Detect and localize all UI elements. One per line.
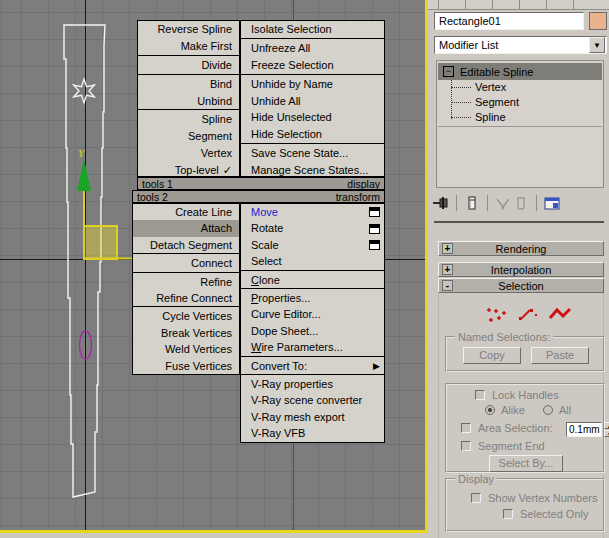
stack-item-vertex[interactable]: Vertex <box>475 80 506 95</box>
menu-item-wire-parameters[interactable]: Wire Parameters... <box>241 339 384 355</box>
dropdown-arrow-button[interactable]: ▼ <box>589 37 605 53</box>
menu-item-vray-scene-converter[interactable]: V-Ray scene converter <box>241 392 384 408</box>
selected-only-checkbox[interactable] <box>503 509 513 519</box>
show-end-result-icon[interactable] <box>463 195 481 211</box>
3dsmax-app: { "viewport": { "gizmo_axis_label": "Y",… <box>0 0 609 538</box>
menu-item-bind[interactable]: Bind <box>138 76 239 93</box>
menu-item-reverse-spline[interactable]: Reverse Spline <box>138 21 239 38</box>
menu-item-hide-unselected[interactable]: Hide Unselected <box>241 109 384 126</box>
all-label: All <box>559 404 571 416</box>
rollout-selection[interactable]: - Selection <box>438 278 604 293</box>
settings-box-icon[interactable] <box>369 224 380 234</box>
menu-item-label: Refine Connect <box>156 290 232 306</box>
menu-item-vertex[interactable]: Vertex <box>138 145 239 162</box>
paste-button[interactable]: Paste <box>531 347 589 364</box>
menu-item-vray-properties[interactable]: V-Ray properties <box>241 376 384 392</box>
segment-subobject-icon[interactable] <box>516 305 542 323</box>
menu-item-clone[interactable]: Clone <box>241 272 384 288</box>
collapse-icon[interactable]: - <box>442 280 453 291</box>
menu-item-attach[interactable]: Attach <box>133 220 239 236</box>
object-name-field[interactable]: Rectangle01 <box>434 12 584 30</box>
menu-item-weld-vertices[interactable]: Weld Vertices <box>133 341 239 357</box>
menu-item-label: V-Ray mesh export <box>251 409 345 425</box>
menu-item-label: Unhide All <box>251 93 301 110</box>
spline-subobject-icon[interactable] <box>548 305 574 323</box>
menu-item-segment[interactable]: Segment <box>138 128 239 145</box>
menu-item-label: Isolate Selection <box>251 21 332 38</box>
menu-item-refine[interactable]: Refine <box>133 274 239 290</box>
menu-item-make-first[interactable]: Make First <box>138 38 239 55</box>
gizmo-xy-plane-handle[interactable] <box>84 226 117 259</box>
select-by-button[interactable]: Select By... <box>489 455 563 472</box>
menu-item-select[interactable]: Select <box>241 253 384 269</box>
modifier-list-dropdown[interactable]: Modifier List <box>434 36 607 54</box>
command-panel-tabs[interactable] <box>428 0 609 10</box>
lock-handles-checkbox[interactable] <box>475 390 485 400</box>
menu-item-unfreeze-all[interactable]: Unfreeze All <box>241 40 384 57</box>
quad-header-display[interactable]: display <box>347 178 380 190</box>
make-unique-icon[interactable] <box>494 195 512 211</box>
menu-item-freeze-selection[interactable]: Freeze Selection <box>241 57 384 74</box>
star-shape[interactable] <box>74 79 95 103</box>
menu-item-break-vertices[interactable]: Break Vertices <box>133 325 239 341</box>
menu-item-cycle-vertices[interactable]: Cycle Vertices <box>133 308 239 324</box>
menu-item-move[interactable]: Move <box>241 204 384 220</box>
menu-item-curve-editor[interactable]: Curve Editor... <box>241 306 384 322</box>
menu-item-properties[interactable]: Properties... <box>241 290 384 306</box>
pin-stack-icon[interactable] <box>432 195 450 211</box>
menu-item-refine-connect[interactable]: Refine Connect <box>133 290 239 306</box>
spinner-up-button[interactable]: ▲ <box>604 422 609 429</box>
menu-item-convert-to[interactable]: Convert To:▶ <box>241 358 384 374</box>
menu-item-hide-selection[interactable]: Hide Selection <box>241 126 384 143</box>
menu-item-unhide-all[interactable]: Unhide All <box>241 93 384 110</box>
area-selection-value-field[interactable]: 0.1mm <box>566 422 602 437</box>
all-radio[interactable] <box>543 405 553 415</box>
expand-icon[interactable]: + <box>442 243 453 254</box>
rectangle-spline-outline[interactable] <box>64 25 105 497</box>
menu-item-label: Properties... <box>251 290 310 306</box>
area-selection-checkbox[interactable] <box>461 423 471 433</box>
menu-item-isolate-selection[interactable]: Isolate Selection <box>241 21 384 38</box>
menu-item-unbind[interactable]: Unbind <box>138 93 239 110</box>
rollout-interpolation[interactable]: + Interpolation <box>438 262 604 277</box>
menu-item-create-line[interactable]: Create Line <box>133 204 239 220</box>
tab-separator <box>492 0 493 10</box>
menu-item-save-scene-state[interactable]: Save Scene State... <box>241 145 384 162</box>
spinner-down-button[interactable]: ▼ <box>604 430 609 437</box>
settings-box-icon[interactable] <box>369 240 380 250</box>
tree-line <box>451 117 471 118</box>
menu-item-divide[interactable]: Divide <box>138 57 239 74</box>
settings-box-icon[interactable] <box>369 207 380 217</box>
menu-item-unhide-by-name[interactable]: Unhide by Name <box>241 76 384 93</box>
menu-item-rotate[interactable]: Rotate <box>241 220 384 236</box>
collapse-box-icon[interactable]: − <box>443 66 454 77</box>
stack-item-spline[interactable]: Spline <box>475 110 506 125</box>
menu-item-spline[interactable]: Spline <box>138 111 239 128</box>
segment-end-checkbox[interactable] <box>461 441 471 451</box>
selection-options-group: Lock Handles Alike All Area Selection: 0… <box>445 383 605 473</box>
stack-item-segment[interactable]: Segment <box>475 95 519 110</box>
rollout-rendering[interactable]: + Rendering <box>438 241 604 256</box>
modifier-stack[interactable]: − Editable Spline Vertex Segment Spline <box>436 60 604 188</box>
quad-header-transform[interactable]: transform <box>336 191 380 203</box>
menu-item-vray-mesh-export[interactable]: V-Ray mesh export <box>241 409 384 425</box>
copy-button[interactable]: Copy <box>463 347 521 364</box>
stack-item-editable-spline[interactable]: − Editable Spline <box>438 63 602 80</box>
quad-header-tools2[interactable]: tools 2 <box>137 191 168 203</box>
object-color-swatch[interactable] <box>589 12 607 30</box>
show-vertex-numbers-checkbox[interactable] <box>471 493 481 503</box>
expand-icon[interactable]: + <box>442 264 453 275</box>
menu-item-detach-segment[interactable]: Detach Segment <box>133 237 239 253</box>
quad-header-tools1[interactable]: tools 1 <box>142 178 173 190</box>
configure-modifier-sets-icon[interactable] <box>543 195 561 211</box>
menu-item-connect[interactable]: Connect <box>133 255 239 271</box>
vertex-subobject-icon[interactable] <box>484 305 510 323</box>
menu-item-fuse-vertices[interactable]: Fuse Vertices <box>133 358 239 374</box>
menu-item-dope-sheet[interactable]: Dope Sheet... <box>241 323 384 339</box>
alike-radio[interactable] <box>485 405 495 415</box>
menu-item-vray-vfb[interactable]: V-Ray VFB <box>241 425 384 441</box>
remove-modifier-icon[interactable] <box>512 195 530 211</box>
gizmo-y-arrow-icon[interactable] <box>77 159 91 191</box>
tree-line <box>451 102 471 103</box>
menu-item-scale[interactable]: Scale <box>241 237 384 253</box>
